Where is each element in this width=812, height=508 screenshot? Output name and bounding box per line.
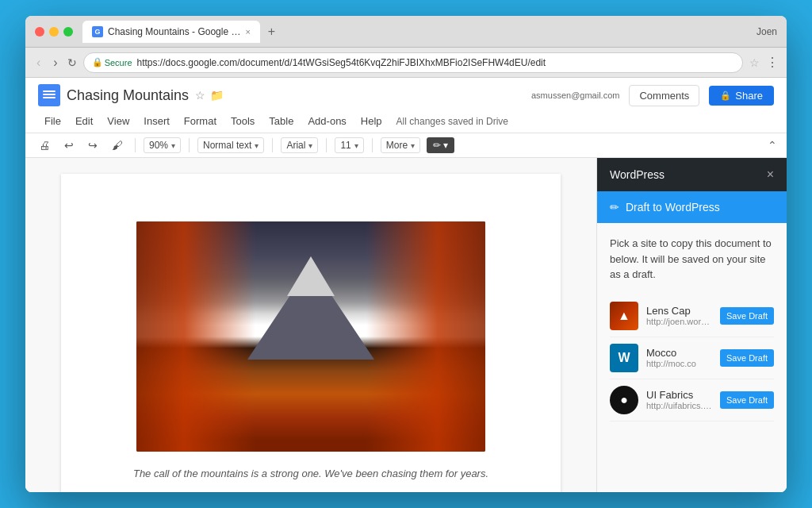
docs-header-top: Chasing Mountains ☆ 📁 asmussen@gmail.com… bbox=[38, 84, 774, 106]
mocco-info: Mocco http://moc.co bbox=[646, 347, 712, 368]
wordpress-panel-close-button[interactable]: × bbox=[767, 167, 774, 182]
docs-toolbar: 🖨 ↩ ↪ 🖌 90% ▾ Normal text ▾ Arial ▾ 11 bbox=[25, 133, 787, 158]
menu-insert[interactable]: Insert bbox=[137, 113, 176, 129]
document-scroll[interactable]: The call of the mountains is a strong on… bbox=[25, 158, 596, 492]
docs-app-icon bbox=[38, 84, 60, 106]
mocco-name: Mocco bbox=[646, 347, 712, 359]
menu-table[interactable]: Table bbox=[262, 113, 300, 129]
ui-fabrics-info: UI Fabrics http://uifabrics.wordpr... bbox=[646, 389, 712, 410]
active-tab[interactable]: G Chasing Mountains - Google … × bbox=[82, 21, 260, 43]
document-title[interactable]: Chasing Mountains bbox=[67, 87, 189, 104]
share-button[interactable]: 🔒 Share bbox=[709, 86, 774, 106]
user-email: asmussen@gmail.com bbox=[531, 90, 619, 100]
menu-edit[interactable]: Edit bbox=[69, 113, 99, 129]
tab-favicon-icon: G bbox=[92, 26, 103, 37]
title-bar: G Chasing Mountains - Google … × + Joen bbox=[25, 16, 787, 48]
browser-menu-button[interactable]: ⋮ bbox=[766, 55, 779, 70]
docs-title-icons: ☆ 📁 bbox=[195, 89, 224, 102]
docs-icon-line bbox=[43, 97, 56, 98]
lens-cap-info: Lens Cap http://joen.wordpress.... bbox=[646, 305, 712, 326]
bookmark-button[interactable]: ☆ bbox=[749, 56, 760, 69]
browser-window: G Chasing Mountains - Google … × + Joen … bbox=[25, 16, 787, 492]
minimize-window-button[interactable] bbox=[49, 27, 59, 37]
menu-format[interactable]: Format bbox=[178, 113, 223, 129]
back-button[interactable]: ‹ bbox=[33, 54, 44, 71]
docs-icon-line bbox=[43, 94, 56, 95]
wordpress-body: Pick a site to copy this document to bel… bbox=[597, 223, 787, 492]
mountain-image bbox=[136, 221, 485, 452]
redo-button[interactable]: ↪ bbox=[84, 137, 102, 154]
menu-tools[interactable]: Tools bbox=[224, 113, 261, 129]
docs-menu-bar: File Edit View Insert Format Tools Table… bbox=[38, 111, 774, 133]
secure-badge: 🔒 Secure bbox=[92, 57, 132, 67]
docs-container: Chasing Mountains ☆ 📁 asmussen@gmail.com… bbox=[25, 78, 787, 492]
image-caption: The call of the mountains is a strong on… bbox=[101, 468, 521, 479]
lock-icon: 🔒 bbox=[92, 57, 103, 67]
toolbar-divider bbox=[272, 138, 273, 152]
wordpress-description: Pick a site to copy this document to bel… bbox=[610, 236, 774, 283]
docs-header-right: asmussen@gmail.com Comments 🔒 Share bbox=[531, 85, 774, 106]
maximize-window-button[interactable] bbox=[63, 27, 73, 37]
ui-fabrics-avatar: ● bbox=[610, 386, 638, 414]
docs-header: Chasing Mountains ☆ 📁 asmussen@gmail.com… bbox=[25, 78, 787, 133]
menu-view[interactable]: View bbox=[101, 113, 136, 129]
toolbar-divider bbox=[372, 138, 373, 152]
tree-right bbox=[366, 221, 485, 452]
wordpress-panel-title: WordPress bbox=[610, 168, 665, 181]
new-tab-button[interactable]: + bbox=[263, 25, 280, 39]
mocco-avatar: W bbox=[610, 344, 638, 372]
lens-cap-save-draft-button[interactable]: Save Draft bbox=[720, 307, 774, 325]
toolbar-divider bbox=[326, 138, 327, 152]
url-bar[interactable]: 🔒 Secure https://docs.google.com/documen… bbox=[83, 52, 743, 73]
browser-user-name: Joen bbox=[756, 26, 777, 37]
draft-to-wordpress-title: Draft to WordPress bbox=[626, 201, 720, 214]
print-button[interactable]: 🖨 bbox=[35, 137, 54, 154]
ui-fabrics-avatar-icon: ● bbox=[620, 393, 628, 407]
toolbar-divider bbox=[189, 138, 190, 152]
ui-fabrics-name: UI Fabrics bbox=[646, 389, 712, 401]
address-bar: ‹ › ↻ 🔒 Secure https://docs.google.com/d… bbox=[25, 48, 787, 78]
pen-button[interactable]: ✏ ▾ bbox=[427, 137, 454, 153]
share-lock-icon: 🔒 bbox=[720, 90, 731, 101]
mountain-snow bbox=[287, 256, 335, 296]
mocco-url: http://moc.co bbox=[646, 359, 712, 368]
mocco-save-draft-button[interactable]: Save Draft bbox=[720, 349, 774, 367]
docs-icon-lines bbox=[43, 90, 56, 100]
menu-help[interactable]: Help bbox=[354, 113, 389, 129]
forward-button[interactable]: › bbox=[50, 54, 60, 71]
site-item-mocco: W Mocco http://moc.co Save Draft bbox=[610, 337, 774, 379]
undo-button[interactable]: ↩ bbox=[60, 137, 78, 154]
collapse-toolbar-button[interactable]: ⌃ bbox=[768, 139, 777, 152]
wordpress-sidebar: WordPress × ✏ Draft to WordPress Pick a … bbox=[596, 158, 787, 492]
more-chevron-icon: ▾ bbox=[411, 141, 415, 150]
toolbar-divider bbox=[135, 138, 136, 152]
zoom-select[interactable]: 90% ▾ bbox=[144, 137, 181, 153]
zoom-chevron-icon: ▾ bbox=[171, 141, 175, 150]
more-select[interactable]: More ▾ bbox=[381, 137, 420, 153]
close-window-button[interactable] bbox=[35, 27, 44, 37]
comments-button[interactable]: Comments bbox=[629, 85, 699, 106]
lens-cap-avatar: ▲ bbox=[610, 302, 638, 330]
lens-cap-name: Lens Cap bbox=[646, 305, 712, 317]
paint-format-button[interactable]: 🖌 bbox=[108, 137, 127, 154]
ui-fabrics-url: http://uifabrics.wordpr... bbox=[646, 401, 712, 410]
site-item-ui-fabrics: ● UI Fabrics http://uifabrics.wordpr... … bbox=[610, 379, 774, 421]
style-select[interactable]: Normal text ▾ bbox=[197, 137, 264, 153]
auto-save-status: All changes saved in Drive bbox=[396, 116, 508, 127]
size-select[interactable]: 11 ▾ bbox=[335, 137, 363, 153]
folder-icon[interactable]: 📁 bbox=[210, 89, 224, 102]
star-icon[interactable]: ☆ bbox=[195, 89, 205, 102]
font-chevron-icon: ▾ bbox=[308, 141, 312, 150]
font-select[interactable]: Arial ▾ bbox=[281, 137, 318, 153]
menu-addons[interactable]: Add-ons bbox=[301, 113, 352, 129]
lens-cap-avatar-icon: ▲ bbox=[618, 309, 630, 323]
lens-cap-url: http://joen.wordpress.... bbox=[646, 317, 712, 326]
tree-left bbox=[136, 221, 255, 452]
url-text: https://docs.google.com/document/d/14tWG… bbox=[137, 57, 734, 68]
refresh-button[interactable]: ↻ bbox=[67, 56, 77, 69]
tab-close-icon[interactable]: × bbox=[245, 27, 250, 37]
wordpress-panel-header: WordPress × bbox=[597, 158, 787, 191]
document-page: The call of the mountains is a strong on… bbox=[61, 174, 561, 492]
menu-file[interactable]: File bbox=[38, 113, 67, 129]
ui-fabrics-save-draft-button[interactable]: Save Draft bbox=[720, 391, 774, 409]
